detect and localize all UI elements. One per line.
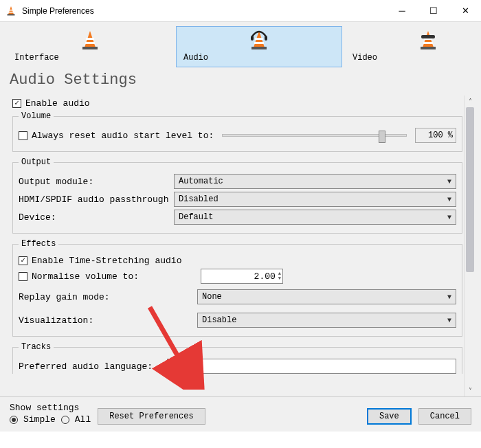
viz-value: Disable	[202, 315, 236, 325]
all-radio[interactable]	[61, 416, 69, 424]
category-bar: Interface Audio Video Subtitles / OSD In…	[0, 22, 481, 67]
category-interface[interactable]: Interface	[7, 26, 173, 67]
spinner-buttons[interactable]: ▲▼	[278, 271, 281, 281]
maximize-button[interactable]: ☐	[418, 0, 449, 22]
tracks-legend: Tracks	[19, 342, 54, 352]
scroll-track[interactable]	[465, 107, 476, 385]
app-logo-icon	[5, 5, 16, 16]
preferred-lang-label: Preferred audio language:	[19, 361, 163, 372]
device-label: Device:	[19, 212, 170, 223]
passthrough-dropdown[interactable]: Disabled ▼	[174, 192, 456, 207]
chevron-down-icon: ▼	[447, 178, 451, 186]
scroll-thumb[interactable]	[466, 107, 474, 272]
content-area: Enable audio Volume Always reset audio s…	[0, 96, 481, 396]
enable-audio-row[interactable]: Enable audio	[12, 98, 464, 109]
scroll-up-icon[interactable]: ˄	[465, 96, 476, 107]
slider-handle[interactable]	[379, 131, 385, 143]
volume-group: Volume Always reset audio start level to…	[12, 111, 462, 152]
timestretch-label: Enable Time-Stretching audio	[32, 256, 181, 266]
effects-legend: Effects	[19, 239, 58, 249]
enable-audio-checkbox[interactable]	[12, 99, 21, 108]
volume-legend: Volume	[19, 111, 54, 121]
viz-dropdown[interactable]: Disable ▼	[197, 313, 456, 328]
cone-icon	[79, 30, 101, 52]
output-legend: Output	[19, 157, 54, 167]
preferred-lang-input[interactable]	[167, 359, 456, 374]
replay-value: None	[202, 292, 222, 302]
start-level-value: 100 %	[415, 128, 456, 143]
category-audio[interactable]: Audio	[176, 26, 342, 67]
save-button[interactable]: Save	[367, 408, 412, 425]
all-radio-label: All	[75, 414, 91, 425]
cone-headphones-icon	[248, 30, 270, 52]
output-module-value: Automatic	[179, 177, 223, 186]
normalize-value: 2.00	[254, 271, 276, 282]
page-title: Audio Settings	[0, 67, 481, 96]
chevron-down-icon: ▼	[447, 196, 451, 203]
timestretch-checkbox[interactable]	[19, 256, 27, 265]
window-title: Simple Preferences	[22, 6, 386, 16]
show-settings-label: Show settings	[10, 403, 91, 413]
tracks-group: Tracks Preferred audio language:	[12, 342, 462, 374]
replay-label: Replay gain mode:	[19, 292, 193, 302]
vertical-scrollbar[interactable]: ˄ ˅	[464, 96, 476, 396]
close-button[interactable]: ✕	[449, 0, 481, 22]
category-label: Interface	[14, 53, 166, 63]
titlebar: Simple Preferences ─ ☐ ✕	[0, 0, 481, 22]
replay-dropdown[interactable]: None ▼	[197, 289, 456, 304]
reset-level-label: Always reset audio start level to:	[32, 131, 214, 141]
normalize-label: Normalise volume to:	[32, 271, 197, 282]
output-module-label: Output module:	[19, 177, 170, 187]
simple-radio[interactable]	[10, 416, 18, 424]
minimize-button[interactable]: ─	[386, 0, 418, 22]
timestretch-row[interactable]: Enable Time-Stretching audio	[19, 256, 456, 266]
start-level-slider[interactable]	[222, 134, 407, 137]
normalize-checkbox[interactable]	[19, 272, 27, 281]
effects-group: Effects Enable Time-Stretching audio Nor…	[12, 239, 462, 337]
scroll-down-icon[interactable]: ˅	[465, 385, 476, 396]
passthrough-label: HDMI/SPDIF audio passthrough	[19, 194, 170, 205]
category-label: Audio	[183, 53, 335, 63]
reset-preferences-button[interactable]: Reset Preferences	[98, 408, 205, 425]
output-module-dropdown[interactable]: Automatic ▼	[174, 174, 456, 189]
passthrough-value: Disabled	[179, 194, 219, 204]
output-group: Output Output module: Automatic ▼ HDMI/S…	[12, 157, 462, 234]
chevron-down-icon: ▼	[447, 214, 451, 221]
chevron-down-icon: ▼	[447, 293, 451, 301]
chevron-down-icon: ▼	[447, 317, 451, 324]
reset-level-checkbox[interactable]	[19, 131, 27, 140]
enable-audio-label: Enable audio	[25, 98, 90, 109]
cancel-button[interactable]: Cancel	[418, 408, 471, 425]
viz-label: Visualization:	[19, 315, 193, 326]
device-dropdown[interactable]: Default ▼	[174, 210, 456, 225]
category-video[interactable]: Video	[345, 26, 481, 67]
category-label: Video	[353, 53, 481, 63]
normalize-spinner[interactable]: 2.00 ▲▼	[201, 269, 283, 284]
simple-radio-label: Simple	[23, 414, 56, 425]
footer: Show settings Simple All Reset Preferenc…	[0, 396, 481, 432]
cone-glasses-icon	[417, 30, 439, 52]
device-value: Default	[179, 212, 213, 222]
